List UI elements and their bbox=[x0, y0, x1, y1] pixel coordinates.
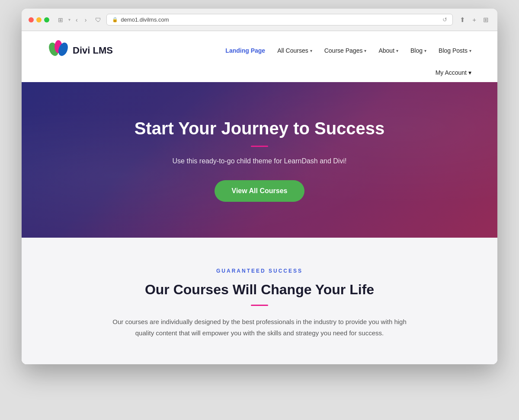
chevron-down-icon: ▾ bbox=[396, 48, 398, 53]
shield-icon: 🛡 bbox=[95, 16, 101, 23]
back-button[interactable]: ‹ bbox=[74, 16, 80, 24]
browser-window: ⊞ ▾ ‹ › 🛡 🔒 demo1.divilms.com ↺ ⬆ + ⊞ bbox=[22, 9, 497, 364]
hero-title: Start Your Journey to Success bbox=[135, 118, 385, 139]
section-divider bbox=[251, 305, 268, 306]
browser-actions: ⬆ + ⊞ bbox=[458, 15, 490, 25]
chevron-down-icon: ▾ bbox=[310, 48, 312, 53]
hero-section: Start Your Journey to Success Use this r… bbox=[22, 82, 497, 238]
site-logo[interactable]: Divi LMS bbox=[48, 40, 113, 61]
share-button[interactable]: ⬆ bbox=[458, 15, 467, 25]
header-top: Divi LMS Landing Page All Courses ▾ Cour… bbox=[48, 31, 471, 66]
tab-grid-button[interactable]: ⊞ bbox=[481, 15, 490, 25]
main-nav: Landing Page All Courses ▾ Course Pages … bbox=[225, 47, 471, 54]
nav-course-pages[interactable]: Course Pages ▾ bbox=[324, 47, 367, 54]
browser-controls: ⊞ ▾ ‹ › bbox=[56, 16, 88, 24]
nav-landing-page[interactable]: Landing Page bbox=[225, 47, 265, 54]
address-bar[interactable]: 🔒 demo1.divilms.com ↺ bbox=[106, 14, 453, 25]
header-bottom: My Account ▾ bbox=[48, 66, 471, 82]
hero-divider bbox=[251, 146, 268, 147]
section-description: Our courses are individually designed by… bbox=[108, 316, 411, 338]
hero-content: Start Your Journey to Success Use this r… bbox=[117, 92, 402, 228]
nav-blog-posts[interactable]: Blog Posts ▾ bbox=[439, 47, 471, 54]
close-button[interactable] bbox=[29, 17, 34, 22]
refresh-icon[interactable]: ↺ bbox=[442, 16, 447, 23]
guaranteed-section: GUARANTEED SUCCESS Our Courses Will Chan… bbox=[22, 238, 497, 364]
chevron-down-icon: ▾ bbox=[468, 69, 471, 76]
section-label: GUARANTEED SUCCESS bbox=[48, 268, 471, 274]
view-all-courses-button[interactable]: View All Courses bbox=[215, 180, 305, 202]
chevron-down-icon: ▾ bbox=[424, 48, 426, 53]
sidebar-toggle-button[interactable]: ⊞ bbox=[56, 16, 65, 24]
hero-subtitle: Use this ready-to-go child theme for Lea… bbox=[135, 156, 385, 167]
minimize-button[interactable] bbox=[36, 17, 42, 22]
new-tab-button[interactable]: + bbox=[471, 15, 478, 24]
nav-all-courses[interactable]: All Courses ▾ bbox=[277, 47, 312, 54]
chevron-down-icon: ▾ bbox=[68, 17, 70, 22]
section-title: Our Courses Will Change Your Life bbox=[48, 282, 471, 298]
traffic-lights bbox=[29, 17, 49, 22]
site-header: Divi LMS Landing Page All Courses ▾ Cour… bbox=[22, 31, 497, 82]
nav-blog[interactable]: Blog ▾ bbox=[410, 47, 426, 54]
nav-about[interactable]: About ▾ bbox=[378, 47, 398, 54]
url-text: demo1.divilms.com bbox=[121, 16, 169, 23]
logo-text: Divi LMS bbox=[73, 45, 113, 56]
maximize-button[interactable] bbox=[44, 17, 49, 22]
chevron-down-icon: ▾ bbox=[469, 48, 471, 53]
browser-chrome: ⊞ ▾ ‹ › 🛡 🔒 demo1.divilms.com ↺ ⬆ + ⊞ bbox=[22, 9, 497, 31]
logo-icon bbox=[48, 40, 69, 61]
lock-icon: 🔒 bbox=[112, 17, 118, 22]
chevron-down-icon: ▾ bbox=[364, 48, 366, 53]
website-content: Divi LMS Landing Page All Courses ▾ Cour… bbox=[22, 31, 497, 364]
my-account-link[interactable]: My Account ▾ bbox=[436, 69, 471, 76]
forward-button[interactable]: › bbox=[83, 16, 89, 24]
